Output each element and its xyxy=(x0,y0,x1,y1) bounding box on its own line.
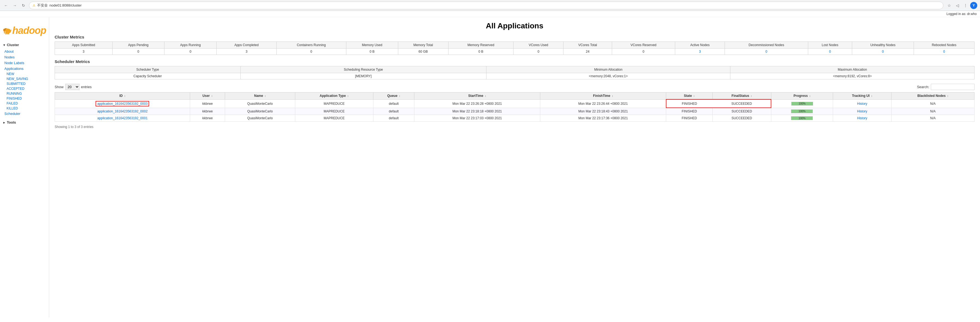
sidebar-item-finished[interactable]: FINISHED xyxy=(2,96,49,101)
scheduler-metric-header: Maximum Allocation xyxy=(730,66,975,73)
cluster-metric-header: Unhealthy Nodes xyxy=(852,42,914,49)
svg-rect-6 xyxy=(7,33,8,34)
tools-arrow: ► xyxy=(3,121,6,124)
app-final-status-cell: SUCCEEDED xyxy=(713,115,771,122)
app-progress-cell: 100% xyxy=(771,115,833,122)
search-input[interactable] xyxy=(931,84,975,90)
sidebar-item-new[interactable]: NEW xyxy=(2,71,49,76)
app-final-status-cell: SUCCEEDED xyxy=(713,108,771,115)
app-cell: default xyxy=(373,99,414,108)
app-table-header[interactable]: Blacklisted Nodes ↕ xyxy=(891,92,975,100)
app-blacklisted-nodes: N/A xyxy=(891,108,975,115)
tools-header[interactable]: ► Tools xyxy=(0,119,49,126)
svg-rect-5 xyxy=(5,33,6,34)
cluster-metric-header: VCores Reserved xyxy=(612,42,675,49)
cluster-metric-value[interactable]: 3 xyxy=(675,49,725,55)
cluster-metric-header: Decommissioned Nodes xyxy=(725,42,808,49)
refresh-button[interactable]: ↻ xyxy=(20,2,27,9)
app-cell: QuasiMonteCarlo xyxy=(225,99,295,108)
app-cell: MAPREDUCE xyxy=(295,108,373,115)
app-blacklisted-nodes: N/A xyxy=(891,115,975,122)
scheduler-metrics-title: Scheduler Metrics xyxy=(55,59,975,64)
app-table-header[interactable]: Progress ↕ xyxy=(771,92,833,100)
login-info: Logged in as: dr.who xyxy=(0,11,980,17)
page-title: All Applications xyxy=(55,22,975,30)
sidebar: hadoop ▼ Cluster About Nodes Node Labels… xyxy=(0,17,49,317)
app-final-status-cell: SUCCEEDED xyxy=(713,99,771,108)
cluster-metric-header: Lost Nodes xyxy=(808,42,852,49)
app-cell: MAPREDUCE xyxy=(295,99,373,108)
app-start-time: Mon Mar 22 23:17:03 +0800 2021 xyxy=(414,115,540,122)
app-table-header[interactable]: Queue ↕ xyxy=(373,92,414,100)
elephant-icon xyxy=(3,24,12,37)
cluster-metric-header: Apps Running xyxy=(164,42,216,49)
cluster-metric-value[interactable]: 0 xyxy=(852,49,914,55)
cluster-metrics-table: Apps SubmittedApps PendingApps RunningAp… xyxy=(55,41,975,55)
cluster-metric-value: 0 xyxy=(277,49,346,55)
app-table-header[interactable]: StartTime ↕ xyxy=(414,92,540,100)
app-table-header[interactable]: Name ↕ xyxy=(225,92,295,100)
sidebar-item-scheduler[interactable]: Scheduler xyxy=(0,111,49,116)
app-id-cell[interactable]: application_1616423563192_0003 xyxy=(55,99,190,108)
extensions-icon[interactable]: ◁ xyxy=(954,2,961,9)
more-icon[interactable]: ⋮ xyxy=(962,2,969,9)
back-button[interactable]: ← xyxy=(3,2,9,9)
cluster-metric-header: Memory Used xyxy=(346,42,398,49)
sidebar-item-failed[interactable]: FAILED xyxy=(2,101,49,106)
content-area: All Applications Cluster Metrics Apps Su… xyxy=(49,17,980,317)
app-tracking-ui[interactable]: History xyxy=(833,108,891,115)
app-cell: QuasiMonteCarlo xyxy=(225,115,295,122)
sidebar-item-about[interactable]: About xyxy=(0,49,49,54)
bookmark-icon[interactable]: ☆ xyxy=(946,2,953,9)
cluster-metric-header: Memory Reserved xyxy=(448,42,513,49)
scheduler-metric-header: Minimum Allocation xyxy=(486,66,730,73)
sidebar-item-new-saving[interactable]: NEW_SAVING xyxy=(2,76,49,81)
cluster-metric-value[interactable]: 0 xyxy=(914,49,974,55)
sidebar-item-node-labels[interactable]: Node Labels xyxy=(0,60,49,66)
cluster-metric-value: 0 xyxy=(612,49,675,55)
login-text: Logged in as: dr.who xyxy=(947,12,977,16)
sidebar-item-running[interactable]: RUNNING xyxy=(2,91,49,96)
cluster-arrow: ▼ xyxy=(3,43,6,47)
cluster-metric-value[interactable]: 0 xyxy=(808,49,852,55)
cluster-metrics-title: Cluster Metrics xyxy=(55,35,975,39)
app-table-header[interactable]: User ↕ xyxy=(190,92,225,100)
app-table-header[interactable]: ID ↕ xyxy=(55,92,190,100)
sidebar-item-killed[interactable]: KILLED xyxy=(2,106,49,111)
sidebar-item-applications[interactable]: Applications xyxy=(0,66,49,71)
app-progress-cell: 100% xyxy=(771,108,833,115)
show-label: Show xyxy=(55,85,64,89)
scheduler-metric-value: [MEMORY] xyxy=(241,73,487,79)
app-cell: QuasiMonteCarlo xyxy=(225,108,295,115)
app-table-header[interactable]: State ↕ xyxy=(666,92,713,100)
app-tracking-ui[interactable]: History xyxy=(833,99,891,108)
url-text: node01:8088/cluster xyxy=(49,3,82,7)
user-avatar[interactable]: Y xyxy=(970,2,977,9)
address-bar[interactable]: ⚠ 不安全 node01:8088/cluster xyxy=(29,2,943,9)
cluster-metric-value: 0 B xyxy=(448,49,513,55)
forward-button[interactable]: → xyxy=(11,2,18,9)
scheduler-metric-value: <memory:8192, vCores:8> xyxy=(730,73,975,79)
cluster-metric-value[interactable]: 0 xyxy=(725,49,808,55)
cluster-metric-value: 0 xyxy=(164,49,216,55)
scheduler-metric-header: Scheduler Type xyxy=(55,66,241,73)
entries-select[interactable]: 10202550100 xyxy=(65,84,80,90)
cluster-metric-header: Active Nodes xyxy=(675,42,725,49)
cluster-metric-header: Apps Completed xyxy=(216,42,277,49)
app-table-header[interactable]: Application Type ↕ xyxy=(295,92,373,100)
svg-point-8 xyxy=(3,29,5,31)
app-table-header[interactable]: FinalStatus ↕ xyxy=(713,92,771,100)
app-id-cell[interactable]: application_1616423563192_0002 xyxy=(55,108,190,115)
scheduler-metric-value: Capacity Scheduler xyxy=(55,73,241,79)
app-tracking-ui[interactable]: History xyxy=(833,115,891,122)
sidebar-item-accepted[interactable]: ACCEPTED xyxy=(2,86,49,91)
cluster-metric-value: 24 xyxy=(563,49,612,55)
cluster-section[interactable]: ▼ Cluster xyxy=(0,41,49,49)
browser-chrome: ← → ↻ ⚠ 不安全 node01:8088/cluster ☆ ◁ ⋮ Y xyxy=(0,0,980,11)
app-table-header[interactable]: Tracking UI ↕ xyxy=(833,92,891,100)
app-id-cell[interactable]: application_1616423563192_0001 xyxy=(55,115,190,122)
sidebar-item-nodes[interactable]: Nodes xyxy=(0,54,49,60)
sidebar-item-submitted[interactable]: SUBMITTED xyxy=(2,81,49,86)
cluster-metric-header: Containers Running xyxy=(277,42,346,49)
app-table-header[interactable]: FinishTime ↕ xyxy=(540,92,666,100)
